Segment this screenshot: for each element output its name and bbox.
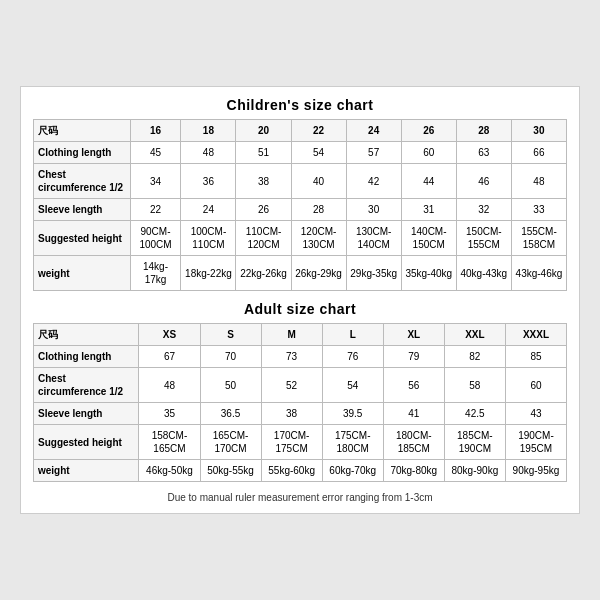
footer-note: Due to manual ruler measurement error ra…	[33, 492, 567, 503]
table-row: Suggested height90CM-100CM100CM-110CM110…	[34, 221, 567, 256]
table-row: Sleeve length2224262830313233	[34, 199, 567, 221]
table-row: Clothing length4548515457606366	[34, 142, 567, 164]
table-row: Chest circumference 1/23436384042444648	[34, 164, 567, 199]
children-chart-title: Children's size chart	[33, 97, 567, 113]
adult-chart-title: Adult size chart	[33, 301, 567, 317]
children-section: Children's size chart 尺码1618202224262830…	[33, 97, 567, 291]
children-header-row: 尺码1618202224262830	[34, 120, 567, 142]
adult-header-row: 尺码XSSMLXLXXLXXXL	[34, 324, 567, 346]
table-row: Suggested height158CM-165CM165CM-170CM17…	[34, 425, 567, 460]
children-tbody: Clothing length4548515457606366Chest cir…	[34, 142, 567, 291]
table-row: Sleeve length3536.53839.54142.543	[34, 403, 567, 425]
adult-section: Adult size chart 尺码XSSMLXLXXLXXXL Clothi…	[33, 301, 567, 482]
adult-tbody: Clothing length67707376798285Chest circu…	[34, 346, 567, 482]
children-table: 尺码1618202224262830 Clothing length454851…	[33, 119, 567, 291]
adult-table: 尺码XSSMLXLXXLXXXL Clothing length67707376…	[33, 323, 567, 482]
table-row: Chest circumference 1/248505254565860	[34, 368, 567, 403]
table-row: Clothing length67707376798285	[34, 346, 567, 368]
size-chart-container: Children's size chart 尺码1618202224262830…	[20, 86, 580, 514]
table-row: weight14kg-17kg18kg-22kg22kg-26kg26kg-29…	[34, 256, 567, 291]
table-row: weight46kg-50kg50kg-55kg55kg-60kg60kg-70…	[34, 460, 567, 482]
